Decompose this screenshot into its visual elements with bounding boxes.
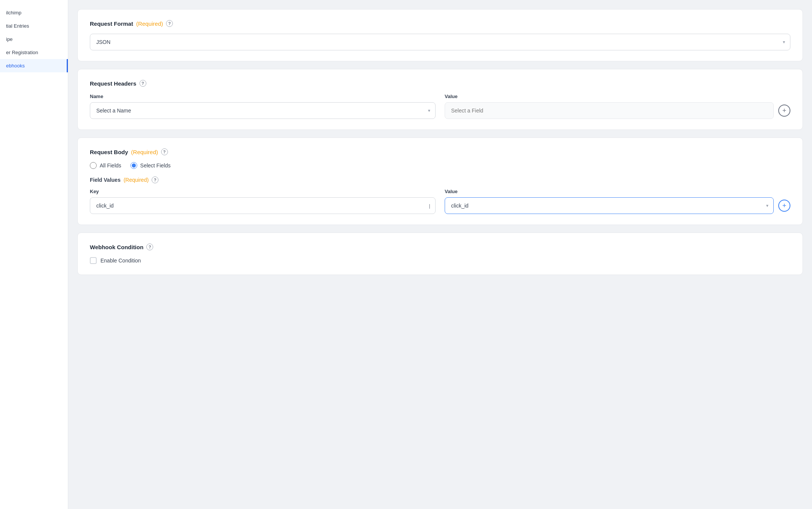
headers-name-col: Name Select a Name ▾ <box>90 94 436 119</box>
enable-condition-label[interactable]: Enable Condition <box>100 258 141 264</box>
field-values-help-icon[interactable]: ? <box>152 176 158 183</box>
field-values-key-input[interactable] <box>90 197 436 214</box>
request-body-section: Request Body (Required) ? All Fields Sel… <box>77 137 803 225</box>
headers-value-col: Value + <box>445 94 790 119</box>
field-values-key-col: Key | <box>90 189 436 214</box>
cursor-icon: | <box>429 203 430 209</box>
field-values-row: Key | Value click_id session_id user_i <box>90 189 790 214</box>
request-format-title: Request Format (Required) ? <box>90 20 790 27</box>
sidebar-item-webhooks[interactable]: ebhooks <box>0 59 68 72</box>
webhook-condition-section: Webhook Condition ? Enable Condition <box>77 233 803 275</box>
webhook-condition-help-icon[interactable]: ? <box>146 244 153 250</box>
radio-select-fields-input[interactable] <box>130 162 137 169</box>
field-values-value-select[interactable]: click_id session_id user_id <box>445 197 774 214</box>
headers-value-row: + <box>445 102 790 119</box>
request-format-select[interactable]: JSON XML Form URL Encoded <box>90 34 790 50</box>
field-values-value-select-wrapper: click_id session_id user_id ▾ <box>445 197 774 214</box>
sidebar-item-partial-entries[interactable]: tial Entries <box>0 19 68 33</box>
request-headers-help-icon[interactable]: ? <box>140 80 146 87</box>
field-values-value-col: Value click_id session_id user_id ▾ + <box>445 189 790 214</box>
field-values-value-label: Value <box>445 189 790 194</box>
field-values-section: Field Values (Required) ? Key | Value <box>90 176 790 214</box>
headers-name-label: Name <box>90 94 436 99</box>
request-body-help-icon[interactable]: ? <box>161 148 168 155</box>
sidebar-item-pipe[interactable]: ipe <box>0 33 68 46</box>
headers-name-select[interactable]: Select a Name <box>90 102 436 119</box>
enable-condition-checkbox[interactable] <box>90 257 97 264</box>
radio-all-fields[interactable]: All Fields <box>90 162 121 169</box>
request-format-section: Request Format (Required) ? JSON XML For… <box>77 9 803 61</box>
request-format-help-icon[interactable]: ? <box>166 20 173 27</box>
request-format-select-wrapper: JSON XML Form URL Encoded ▾ <box>90 34 790 50</box>
sidebar-item-mailchimp[interactable]: ilchimp <box>0 6 68 19</box>
request-headers-title: Request Headers ? <box>90 80 790 87</box>
request-body-radio-group: All Fields Select Fields <box>90 162 790 169</box>
headers-name-select-wrapper: Select a Name ▾ <box>90 102 436 119</box>
webhook-enable-condition-group: Enable Condition <box>90 257 790 264</box>
headers-value-label: Value <box>445 94 790 99</box>
field-values-key-input-wrapper: | <box>90 197 436 214</box>
sidebar: ilchimp tial Entries ipe er Registration… <box>0 0 68 509</box>
request-body-title: Request Body (Required) ? <box>90 148 790 155</box>
field-values-title: Field Values (Required) ? <box>90 176 790 183</box>
radio-select-fields[interactable]: Select Fields <box>130 162 171 169</box>
main-content: Request Format (Required) ? JSON XML For… <box>68 0 812 509</box>
sidebar-item-user-registration[interactable]: er Registration <box>0 46 68 59</box>
request-headers-row: Name Select a Name ▾ Value + <box>90 94 790 119</box>
headers-value-input[interactable] <box>445 102 774 119</box>
webhook-condition-title: Webhook Condition ? <box>90 244 790 250</box>
field-values-value-row: click_id session_id user_id ▾ + <box>445 197 790 214</box>
field-values-key-label: Key <box>90 189 436 194</box>
field-values-add-button[interactable]: + <box>778 200 790 212</box>
request-headers-section: Request Headers ? Name Select a Name ▾ V… <box>77 69 803 130</box>
radio-all-fields-input[interactable] <box>90 162 97 169</box>
headers-add-button[interactable]: + <box>778 105 790 117</box>
